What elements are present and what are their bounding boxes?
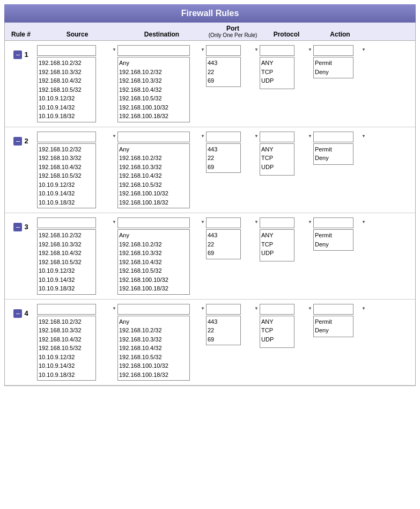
action-dropdown-1[interactable] <box>313 45 353 56</box>
destination-dropdown-2[interactable] <box>117 132 190 142</box>
list-item[interactable]: 69 <box>208 335 239 344</box>
protocol-list-2[interactable]: ANYTCPUDP <box>260 143 294 176</box>
list-item[interactable]: 192.168.10.4/32 <box>39 163 94 172</box>
list-item[interactable]: 192.168.100.10/32 <box>119 275 188 285</box>
list-item[interactable]: 192.168.10.4/32 <box>119 344 188 353</box>
destination-list-4[interactable]: Any192.168.10.2/32192.168.10.3/32192.168… <box>117 316 190 381</box>
list-item[interactable]: 192.168.10.3/32 <box>119 335 188 344</box>
list-item[interactable]: TCP <box>261 154 293 163</box>
list-item[interactable]: 192.168.10.2/32 <box>39 59 94 68</box>
list-item[interactable]: 192.168.10.5/32 <box>119 353 188 362</box>
list-item[interactable]: 192.168.10.4/32 <box>119 171 188 180</box>
port-list-3[interactable]: 4432269 <box>206 229 241 259</box>
source-list-4[interactable]: 192.168.10.2/32192.168.10.3/32192.168.10… <box>37 316 96 381</box>
port-dropdown-3[interactable] <box>206 217 241 228</box>
port-list-4[interactable]: 4432269 <box>206 316 241 346</box>
list-item[interactable]: 22 <box>208 154 239 163</box>
list-item[interactable]: 192.168.100.18/32 <box>119 198 188 207</box>
list-item[interactable]: 192.168.10.2/32 <box>39 145 94 154</box>
source-list-3[interactable]: 192.168.10.2/32192.168.10.3/32192.168.10… <box>37 229 96 295</box>
list-item[interactable]: Permit <box>315 231 352 240</box>
protocol-dropdown-3[interactable] <box>260 217 294 228</box>
list-item[interactable]: 192.168.10.5/32 <box>119 180 188 190</box>
source-dropdown-2[interactable] <box>37 132 96 142</box>
list-item[interactable]: Deny <box>315 68 352 77</box>
list-item[interactable]: Permit <box>315 145 352 154</box>
list-item[interactable]: Deny <box>315 240 352 249</box>
source-list-1[interactable]: 192.168.10.2/32192.168.10.3/32192.168.10… <box>37 57 96 122</box>
list-item[interactable]: UDP <box>261 163 293 172</box>
list-item[interactable]: 443 <box>208 317 239 326</box>
list-item[interactable]: 192.168.10.2/32 <box>119 326 188 335</box>
protocol-dropdown-4[interactable] <box>260 304 294 315</box>
list-item[interactable]: 22 <box>208 240 239 249</box>
destination-dropdown-3[interactable] <box>117 217 190 228</box>
list-item[interactable]: 69 <box>208 163 239 172</box>
list-item[interactable]: UDP <box>261 335 293 344</box>
list-item[interactable]: 192.168.10.3/32 <box>119 249 188 258</box>
list-item[interactable]: Any <box>119 145 188 154</box>
list-item[interactable]: 10.10.9.18/32 <box>39 284 94 293</box>
source-dropdown-1[interactable] <box>37 45 96 56</box>
port-dropdown-4[interactable] <box>206 304 241 315</box>
list-item[interactable]: 192.168.100.10/32 <box>119 189 188 198</box>
protocol-dropdown-1[interactable] <box>260 45 294 56</box>
action-dropdown-3[interactable] <box>313 217 353 228</box>
action-dropdown-2[interactable] <box>313 132 353 142</box>
list-item[interactable]: 192.168.100.18/32 <box>119 370 188 380</box>
list-item[interactable]: 192.168.10.2/32 <box>119 68 188 77</box>
remove-rule-4-button[interactable]: − <box>13 309 22 318</box>
list-item[interactable]: TCP <box>261 240 293 249</box>
list-item[interactable]: 192.168.10.3/32 <box>119 163 188 172</box>
list-item[interactable]: 10.10.9.18/32 <box>39 198 94 207</box>
list-item[interactable]: ANY <box>261 317 293 326</box>
protocol-dropdown-2[interactable] <box>260 132 294 142</box>
port-dropdown-2[interactable] <box>206 132 241 142</box>
destination-dropdown-1[interactable] <box>117 45 190 56</box>
protocol-list-1[interactable]: ANYTCPUDP <box>260 57 294 89</box>
list-item[interactable]: 10.10.9.18/32 <box>39 370 94 380</box>
source-dropdown-3[interactable] <box>37 217 96 228</box>
remove-rule-3-button[interactable]: − <box>13 223 22 231</box>
list-item[interactable]: 10.10.9.14/32 <box>39 275 94 285</box>
list-item[interactable]: 192.168.10.4/32 <box>39 76 94 85</box>
action-list-1[interactable]: PermitDeny <box>313 57 353 78</box>
remove-rule-2-button[interactable]: − <box>13 137 22 146</box>
list-item[interactable]: 192.168.10.4/32 <box>39 335 94 344</box>
list-item[interactable]: 192.168.100.10/32 <box>119 103 188 112</box>
list-item[interactable]: 192.168.100.18/32 <box>119 284 188 293</box>
list-item[interactable]: 10.10.9.14/32 <box>39 189 94 198</box>
list-item[interactable]: 69 <box>208 76 239 85</box>
list-item[interactable]: 443 <box>208 59 239 68</box>
list-item[interactable]: 10.10.9.12/32 <box>39 94 94 103</box>
list-item[interactable]: 192.168.100.10/32 <box>119 361 188 370</box>
destination-list-1[interactable]: Any192.168.10.2/32192.168.10.3/32192.168… <box>117 57 190 122</box>
list-item[interactable]: Deny <box>315 154 352 163</box>
list-item[interactable]: 192.168.10.3/32 <box>39 240 94 249</box>
list-item[interactable]: 10.10.9.14/32 <box>39 103 94 112</box>
action-list-4[interactable]: PermitDeny <box>313 316 353 337</box>
list-item[interactable]: 443 <box>208 145 239 154</box>
destination-dropdown-4[interactable] <box>117 304 190 315</box>
list-item[interactable]: 192.168.10.5/32 <box>39 171 94 180</box>
list-item[interactable]: 69 <box>208 249 239 258</box>
list-item[interactable]: UDP <box>261 76 293 85</box>
list-item[interactable]: 192.168.10.3/32 <box>39 68 94 77</box>
list-item[interactable]: ANY <box>261 231 293 240</box>
action-dropdown-4[interactable] <box>313 304 353 315</box>
list-item[interactable]: 10.10.9.12/32 <box>39 266 94 275</box>
list-item[interactable]: TCP <box>261 326 293 335</box>
list-item[interactable]: 22 <box>208 326 239 335</box>
list-item[interactable]: ANY <box>261 145 293 154</box>
list-item[interactable]: 192.168.10.5/32 <box>39 258 94 267</box>
list-item[interactable]: TCP <box>261 68 293 77</box>
list-item[interactable]: 443 <box>208 231 239 240</box>
source-dropdown-4[interactable] <box>37 304 96 315</box>
list-item[interactable]: 192.168.10.5/32 <box>119 266 188 275</box>
list-item[interactable]: 10.10.9.12/32 <box>39 353 94 362</box>
destination-list-2[interactable]: Any192.168.10.2/32192.168.10.3/32192.168… <box>117 143 190 209</box>
list-item[interactable]: 192.168.10.5/32 <box>39 344 94 353</box>
destination-list-3[interactable]: Any192.168.10.2/32192.168.10.3/32192.168… <box>117 229 190 295</box>
list-item[interactable]: 192.168.10.3/32 <box>119 76 188 85</box>
remove-rule-1-button[interactable]: − <box>13 50 22 59</box>
